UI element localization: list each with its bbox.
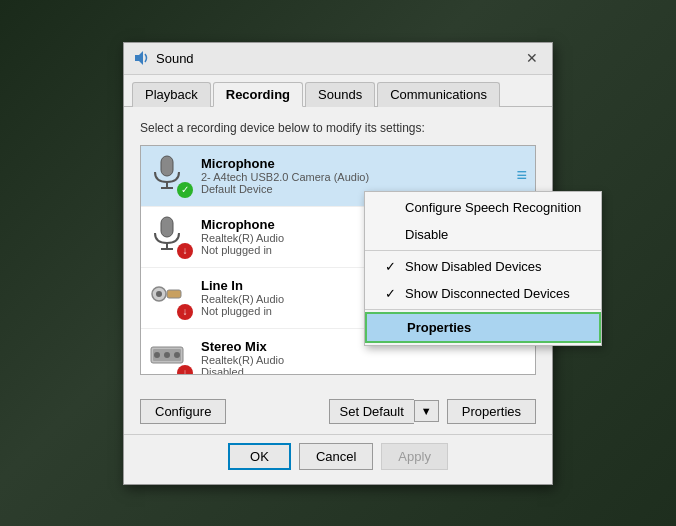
status-badge-red-2: ↓ — [177, 243, 193, 259]
device-sub-1: 2- A4tech USB2.0 Camera (Audio) — [201, 171, 516, 183]
apply-button[interactable]: Apply — [381, 443, 448, 470]
device-icon-wrap-2: ↓ — [149, 215, 193, 259]
tab-playback[interactable]: Playback — [132, 82, 211, 107]
device-info-1: Microphone 2- A4tech USB2.0 Camera (Audi… — [201, 156, 516, 195]
tab-bar: Playback Recording Sounds Communications — [124, 75, 552, 107]
cancel-button[interactable]: Cancel — [299, 443, 373, 470]
status-badge-red-4: ↓ — [177, 365, 193, 375]
device-name-1: Microphone — [201, 156, 516, 171]
set-default-group: Set Default ▼ — [329, 399, 439, 424]
svg-rect-9 — [167, 290, 181, 298]
device-sub-4: Realtek(R) Audio — [201, 354, 527, 366]
dialog-title: Sound — [156, 51, 522, 66]
context-separator-2 — [365, 309, 601, 310]
context-label-disable: Disable — [405, 227, 448, 242]
svg-point-8 — [156, 291, 162, 297]
context-item-properties[interactable]: Properties — [365, 312, 601, 343]
svg-marker-0 — [135, 51, 143, 65]
device-status-4: Disabled — [201, 366, 527, 375]
properties-button[interactable]: Properties — [447, 399, 536, 424]
dialog-footer: OK Cancel Apply — [124, 434, 552, 484]
svg-rect-1 — [161, 156, 173, 176]
context-menu: Configure Speech Recognition Disable ✓ S… — [364, 191, 602, 346]
svg-point-12 — [154, 352, 160, 358]
check-show-disabled: ✓ — [385, 259, 399, 274]
set-default-arrow-button[interactable]: ▼ — [414, 400, 439, 422]
check-show-disconnected: ✓ — [385, 286, 399, 301]
ok-button[interactable]: OK — [228, 443, 291, 470]
context-label-show-disabled: Show Disabled Devices — [405, 259, 542, 274]
context-label-configure-speech: Configure Speech Recognition — [405, 200, 581, 215]
context-item-show-disconnected[interactable]: ✓ Show Disconnected Devices — [365, 280, 601, 307]
status-badge-green-1: ✓ — [177, 182, 193, 198]
tab-sounds[interactable]: Sounds — [305, 82, 375, 107]
context-item-disable[interactable]: Disable — [365, 221, 601, 248]
svg-rect-4 — [161, 217, 173, 237]
svg-point-13 — [164, 352, 170, 358]
device-icon-wrap-1: ✓ — [149, 154, 193, 198]
context-label-properties: Properties — [407, 320, 471, 335]
recording-subtitle: Select a recording device below to modif… — [140, 121, 536, 135]
tab-recording[interactable]: Recording — [213, 82, 303, 107]
svg-point-14 — [174, 352, 180, 358]
tab-communications[interactable]: Communications — [377, 82, 500, 107]
context-item-configure-speech[interactable]: Configure Speech Recognition — [365, 194, 601, 221]
device-icon-wrap-4: ↓ — [149, 337, 193, 375]
speaker-icon — [134, 50, 150, 66]
context-label-show-disconnected: Show Disconnected Devices — [405, 286, 570, 301]
configure-button[interactable]: Configure — [140, 399, 226, 424]
action-buttons: Configure Set Default ▼ Properties — [124, 389, 552, 434]
sound-dialog: Sound ✕ Playback Recording Sounds Commun… — [123, 42, 553, 485]
status-badge-red-3: ↓ — [177, 304, 193, 320]
context-item-show-disabled[interactable]: ✓ Show Disabled Devices — [365, 253, 601, 280]
close-button[interactable]: ✕ — [522, 48, 542, 68]
set-default-button[interactable]: Set Default — [329, 399, 414, 424]
device-icon-wrap-3: ↓ — [149, 276, 193, 320]
context-separator-1 — [365, 250, 601, 251]
title-bar: Sound ✕ — [124, 43, 552, 75]
